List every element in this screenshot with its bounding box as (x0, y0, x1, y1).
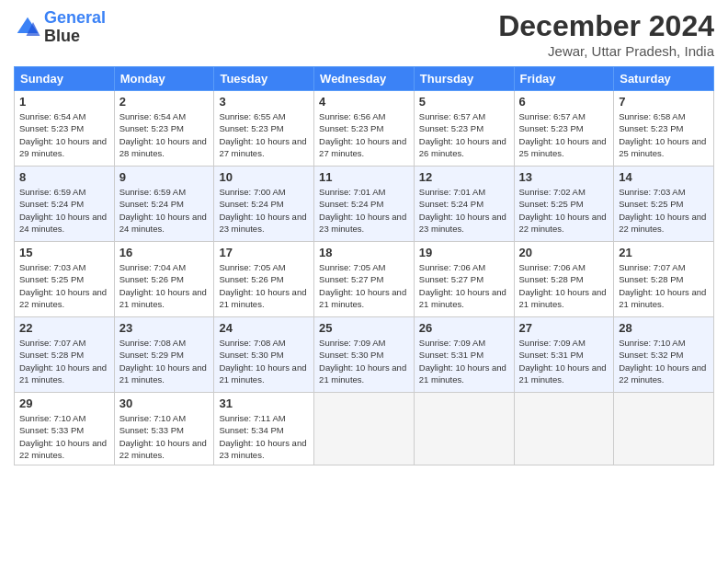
col-tuesday: Tuesday (214, 67, 314, 91)
week-row-1: 1 Sunrise: 6:54 AM Sunset: 5:23 PM Dayli… (15, 91, 714, 167)
week-row-4: 22 Sunrise: 7:07 AM Sunset: 5:28 PM Dayl… (15, 317, 714, 393)
day-number: 7 (619, 95, 709, 109)
day-number: 8 (19, 170, 109, 184)
table-row: 24 Sunrise: 7:08 AM Sunset: 5:30 PM Dayl… (214, 317, 314, 393)
table-row: 25 Sunrise: 7:09 AM Sunset: 5:30 PM Dayl… (314, 317, 415, 393)
table-row: 27 Sunrise: 7:09 AM Sunset: 5:31 PM Dayl… (514, 317, 614, 393)
day-number: 13 (519, 170, 609, 184)
table-row: 12 Sunrise: 7:01 AM Sunset: 5:24 PM Dayl… (414, 167, 514, 242)
day-info: Sunrise: 6:59 AM Sunset: 5:24 PM Dayligh… (19, 186, 109, 235)
day-number: 30 (119, 396, 210, 410)
day-number: 28 (619, 321, 709, 335)
table-row: 21 Sunrise: 7:07 AM Sunset: 5:28 PM Dayl… (614, 242, 714, 317)
table-row (414, 393, 514, 465)
day-info: Sunrise: 7:01 AM Sunset: 5:24 PM Dayligh… (319, 186, 409, 235)
calendar-table: Sunday Monday Tuesday Wednesday Thursday… (14, 66, 714, 465)
logo-text: General Blue (44, 9, 106, 46)
table-row: 4 Sunrise: 6:56 AM Sunset: 5:23 PM Dayli… (314, 91, 415, 167)
header-row: Sunday Monday Tuesday Wednesday Thursday… (15, 67, 714, 91)
day-number: 10 (219, 170, 309, 184)
title-block: December 2024 Jewar, Uttar Pradesh, Indi… (498, 9, 714, 59)
day-number: 1 (19, 95, 109, 109)
table-row: 10 Sunrise: 7:00 AM Sunset: 5:24 PM Dayl… (214, 167, 314, 242)
day-info: Sunrise: 7:08 AM Sunset: 5:29 PM Dayligh… (119, 337, 210, 385)
table-row: 2 Sunrise: 6:54 AM Sunset: 5:23 PM Dayli… (114, 91, 214, 167)
week-row-3: 15 Sunrise: 7:03 AM Sunset: 5:25 PM Dayl… (15, 242, 714, 317)
table-row: 29 Sunrise: 7:10 AM Sunset: 5:33 PM Dayl… (15, 393, 115, 465)
table-row: 5 Sunrise: 6:57 AM Sunset: 5:23 PM Dayli… (414, 91, 514, 167)
day-info: Sunrise: 7:02 AM Sunset: 5:25 PM Dayligh… (519, 186, 609, 235)
day-number: 5 (419, 95, 509, 109)
day-number: 17 (219, 246, 309, 259)
table-row (514, 393, 614, 465)
day-number: 19 (419, 246, 509, 259)
day-number: 9 (119, 170, 210, 184)
month-title: December 2024 (498, 9, 714, 43)
table-row: 8 Sunrise: 6:59 AM Sunset: 5:24 PM Dayli… (15, 167, 115, 242)
col-thursday: Thursday (414, 67, 514, 91)
day-info: Sunrise: 7:07 AM Sunset: 5:28 PM Dayligh… (19, 337, 109, 385)
day-info: Sunrise: 6:55 AM Sunset: 5:23 PM Dayligh… (219, 110, 309, 159)
week-row-2: 8 Sunrise: 6:59 AM Sunset: 5:24 PM Dayli… (15, 167, 714, 242)
day-number: 27 (519, 321, 609, 335)
day-info: Sunrise: 7:10 AM Sunset: 5:32 PM Dayligh… (619, 337, 709, 385)
col-monday: Monday (114, 67, 214, 91)
day-info: Sunrise: 7:06 AM Sunset: 5:27 PM Dayligh… (419, 261, 509, 310)
col-friday: Friday (514, 67, 614, 91)
table-row: 19 Sunrise: 7:06 AM Sunset: 5:27 PM Dayl… (414, 242, 514, 317)
page-container: General Blue December 2024 Jewar, Uttar … (0, 0, 728, 563)
day-number: 20 (519, 246, 609, 259)
col-sunday: Sunday (15, 67, 115, 91)
day-number: 29 (19, 396, 109, 410)
day-number: 14 (619, 170, 709, 184)
table-row: 3 Sunrise: 6:55 AM Sunset: 5:23 PM Dayli… (214, 91, 314, 167)
day-info: Sunrise: 6:57 AM Sunset: 5:23 PM Dayligh… (519, 110, 609, 159)
day-info: Sunrise: 6:54 AM Sunset: 5:23 PM Dayligh… (19, 110, 109, 159)
day-number: 15 (19, 246, 109, 259)
day-info: Sunrise: 7:00 AM Sunset: 5:24 PM Dayligh… (219, 186, 309, 235)
table-row: 26 Sunrise: 7:09 AM Sunset: 5:31 PM Dayl… (414, 317, 514, 393)
table-row: 31 Sunrise: 7:11 AM Sunset: 5:34 PM Dayl… (214, 393, 314, 465)
day-info: Sunrise: 7:10 AM Sunset: 5:33 PM Dayligh… (19, 412, 109, 461)
table-row (614, 393, 714, 465)
location: Jewar, Uttar Pradesh, India (498, 43, 714, 59)
day-number: 2 (119, 95, 210, 109)
table-row (314, 393, 415, 465)
table-row: 22 Sunrise: 7:07 AM Sunset: 5:28 PM Dayl… (15, 317, 115, 393)
day-number: 26 (419, 321, 509, 335)
day-info: Sunrise: 7:09 AM Sunset: 5:30 PM Dayligh… (319, 337, 409, 385)
table-row: 23 Sunrise: 7:08 AM Sunset: 5:29 PM Dayl… (114, 317, 214, 393)
day-info: Sunrise: 7:03 AM Sunset: 5:25 PM Dayligh… (619, 186, 709, 235)
day-info: Sunrise: 6:58 AM Sunset: 5:23 PM Dayligh… (619, 110, 709, 159)
day-info: Sunrise: 7:11 AM Sunset: 5:34 PM Dayligh… (219, 412, 309, 461)
day-number: 6 (519, 95, 609, 109)
table-row: 1 Sunrise: 6:54 AM Sunset: 5:23 PM Dayli… (15, 91, 115, 167)
day-number: 31 (219, 396, 309, 410)
col-saturday: Saturday (614, 67, 714, 91)
day-info: Sunrise: 7:09 AM Sunset: 5:31 PM Dayligh… (419, 337, 509, 385)
day-info: Sunrise: 7:05 AM Sunset: 5:26 PM Dayligh… (219, 261, 309, 310)
day-number: 3 (219, 95, 309, 109)
day-info: Sunrise: 7:07 AM Sunset: 5:28 PM Dayligh… (619, 261, 709, 310)
table-row: 28 Sunrise: 7:10 AM Sunset: 5:32 PM Dayl… (614, 317, 714, 393)
header: General Blue December 2024 Jewar, Uttar … (14, 9, 714, 59)
table-row: 20 Sunrise: 7:06 AM Sunset: 5:28 PM Dayl… (514, 242, 614, 317)
day-info: Sunrise: 6:56 AM Sunset: 5:23 PM Dayligh… (319, 110, 409, 159)
day-number: 12 (419, 170, 509, 184)
day-number: 18 (319, 246, 409, 259)
table-row: 17 Sunrise: 7:05 AM Sunset: 5:26 PM Dayl… (214, 242, 314, 317)
day-info: Sunrise: 7:01 AM Sunset: 5:24 PM Dayligh… (419, 186, 509, 235)
table-row: 6 Sunrise: 6:57 AM Sunset: 5:23 PM Dayli… (514, 91, 614, 167)
day-info: Sunrise: 6:59 AM Sunset: 5:24 PM Dayligh… (119, 186, 210, 235)
day-info: Sunrise: 6:57 AM Sunset: 5:23 PM Dayligh… (419, 110, 509, 159)
day-info: Sunrise: 7:05 AM Sunset: 5:27 PM Dayligh… (319, 261, 409, 310)
day-number: 4 (319, 95, 409, 109)
table-row: 9 Sunrise: 6:59 AM Sunset: 5:24 PM Dayli… (114, 167, 214, 242)
table-row: 16 Sunrise: 7:04 AM Sunset: 5:26 PM Dayl… (114, 242, 214, 317)
logo-icon (14, 14, 41, 41)
day-info: Sunrise: 7:09 AM Sunset: 5:31 PM Dayligh… (519, 337, 609, 385)
table-row: 18 Sunrise: 7:05 AM Sunset: 5:27 PM Dayl… (314, 242, 415, 317)
logo: General Blue (14, 9, 106, 46)
week-row-5: 29 Sunrise: 7:10 AM Sunset: 5:33 PM Dayl… (15, 393, 714, 465)
day-info: Sunrise: 7:04 AM Sunset: 5:26 PM Dayligh… (119, 261, 210, 310)
